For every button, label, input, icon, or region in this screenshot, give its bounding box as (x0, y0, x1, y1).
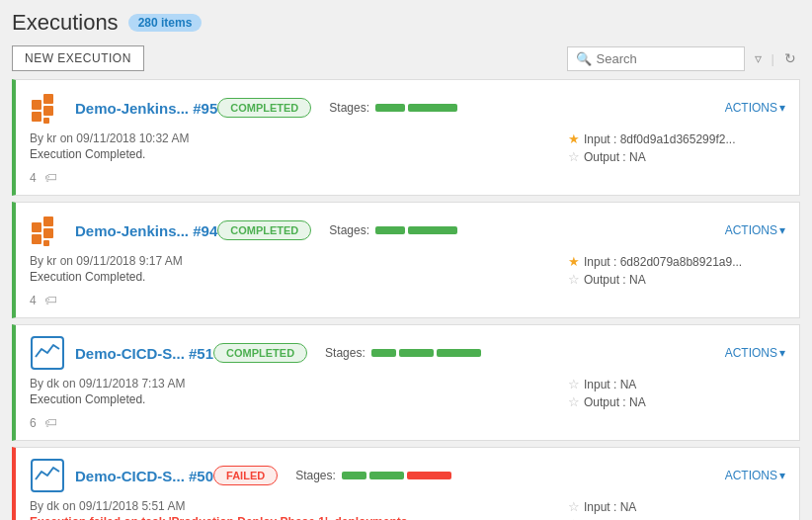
exec-name: Demo-Jenkins... #95 (75, 100, 217, 117)
input-value: ★ Input : 6d82d079a8b8921a9... (568, 254, 742, 269)
actions-label: ACTIONS (725, 101, 777, 115)
svg-rect-5 (32, 222, 41, 232)
exec-name: Demo-Jenkins... #94 (75, 222, 217, 239)
status-badge: COMPLETED (217, 220, 311, 240)
execution-card: Demo-CICD-S... #50 FAILED Stages: ACTION… (12, 447, 800, 520)
svg-rect-3 (43, 106, 53, 116)
actions-button[interactable]: ACTIONS ▾ (725, 101, 785, 115)
new-execution-button[interactable]: NEW EXECUTION (12, 45, 144, 71)
stage-bar (437, 349, 481, 357)
exec-icon (30, 458, 65, 493)
exec-result: Execution Completed. (30, 147, 189, 161)
executions-list: Demo-Jenkins... #95 COMPLETED Stages: AC… (12, 79, 800, 520)
stage-bars (375, 226, 457, 234)
exec-icon (30, 90, 65, 126)
exec-icon (30, 213, 65, 248)
svg-rect-1 (32, 112, 41, 122)
output-value: ☆ Output : NA (568, 394, 646, 409)
search-icon: 🔍 (576, 51, 592, 66)
tag-icon: 🏷 (44, 415, 57, 430)
page-title: Executions (12, 10, 119, 36)
actions-label: ACTIONS (725, 469, 777, 482)
actions-button[interactable]: ACTIONS ▾ (725, 469, 785, 482)
stages-area: Stages: (325, 346, 481, 360)
chevron-down-icon: ▾ (779, 469, 785, 482)
input-value: ★ Input : 8df0d9a1d365299f2... (568, 131, 735, 146)
status-badge: FAILED (213, 466, 278, 485)
svg-rect-2 (43, 94, 53, 104)
actions-button[interactable]: ACTIONS ▾ (725, 223, 785, 237)
tag-count: 4 (30, 294, 37, 307)
input-star-empty-icon: ☆ (568, 499, 580, 514)
status-badge: COMPLETED (213, 343, 307, 363)
output-star-icon: ☆ (568, 149, 580, 164)
status-badge: COMPLETED (217, 98, 311, 118)
output-value: ☆ Output : NA (568, 149, 646, 164)
stages-label: Stages: (295, 469, 336, 482)
input-star-icon: ★ (568, 131, 580, 146)
svg-rect-4 (43, 118, 49, 124)
tag-icon: 🏷 (44, 293, 57, 307)
output-star-icon: ☆ (568, 394, 580, 409)
svg-rect-9 (43, 240, 49, 246)
tag-count: 6 (30, 416, 37, 430)
input-star-empty-icon: ☆ (568, 377, 580, 391)
stage-bar (375, 104, 405, 112)
execution-card: Demo-Jenkins... #95 COMPLETED Stages: AC… (12, 79, 800, 196)
search-box: 🔍 (567, 46, 745, 71)
stage-bar (342, 472, 366, 479)
stages-label: Stages: (325, 346, 365, 360)
svg-rect-7 (43, 217, 53, 226)
filter-icon[interactable]: ▿ (751, 48, 766, 68)
execution-card: Demo-Jenkins... #94 COMPLETED Stages: AC… (12, 202, 800, 318)
stages-area: Stages: (295, 469, 451, 482)
stage-bar (407, 472, 451, 479)
output-value: ☆ Output : NA (568, 272, 646, 287)
input-value: ☆ Input : NA (568, 377, 636, 391)
stages-area: Stages: (329, 223, 457, 237)
stage-bars (342, 472, 451, 479)
by-line: By dk on 09/11/2018 7:13 AM (30, 377, 185, 390)
search-input[interactable] (597, 51, 725, 66)
tag-icon: 🏷 (44, 170, 57, 185)
refresh-icon[interactable]: ↻ (780, 48, 800, 68)
svg-rect-8 (43, 228, 53, 238)
stages-label: Stages: (329, 223, 369, 237)
stage-bar (369, 472, 404, 479)
exec-name: Demo-CICD-S... #50 (75, 468, 213, 484)
stage-bar (399, 349, 434, 357)
input-star-icon: ★ (568, 254, 580, 269)
by-line: By kr on 09/11/2018 9:17 AM (30, 254, 183, 268)
svg-rect-6 (32, 234, 41, 244)
actions-button[interactable]: ACTIONS ▾ (725, 346, 785, 360)
by-line: By kr on 09/11/2018 10:32 AM (30, 131, 189, 145)
output-star-icon: ☆ (568, 272, 580, 287)
actions-label: ACTIONS (725, 223, 777, 237)
stages-area: Stages: (329, 101, 457, 115)
stage-bar (375, 226, 405, 234)
actions-label: ACTIONS (725, 346, 777, 360)
svg-rect-0 (32, 100, 41, 110)
exec-result: Execution failed on task 'Production.Dep… (30, 515, 417, 520)
stage-bar (371, 349, 396, 357)
exec-name: Demo-CICD-S... #51 (75, 345, 213, 362)
exec-result: Execution Completed. (30, 392, 185, 406)
execution-card: Demo-CICD-S... #51 COMPLETED Stages: ACT… (12, 324, 800, 441)
stage-bar (408, 226, 457, 234)
by-line: By dk on 09/11/2018 5:51 AM (30, 499, 417, 513)
chevron-down-icon: ▾ (779, 223, 785, 237)
exec-icon (30, 335, 65, 371)
stage-bars (371, 349, 481, 357)
tag-count: 4 (30, 171, 37, 185)
input-value: ☆ Input : NA (568, 499, 636, 514)
exec-result: Execution Completed. (30, 270, 183, 284)
stages-label: Stages: (329, 101, 369, 115)
item-count-badge: 280 items (128, 14, 203, 32)
chevron-down-icon: ▾ (779, 346, 785, 360)
stage-bars (375, 104, 457, 112)
stage-bar (408, 104, 457, 112)
chevron-down-icon: ▾ (779, 101, 785, 115)
